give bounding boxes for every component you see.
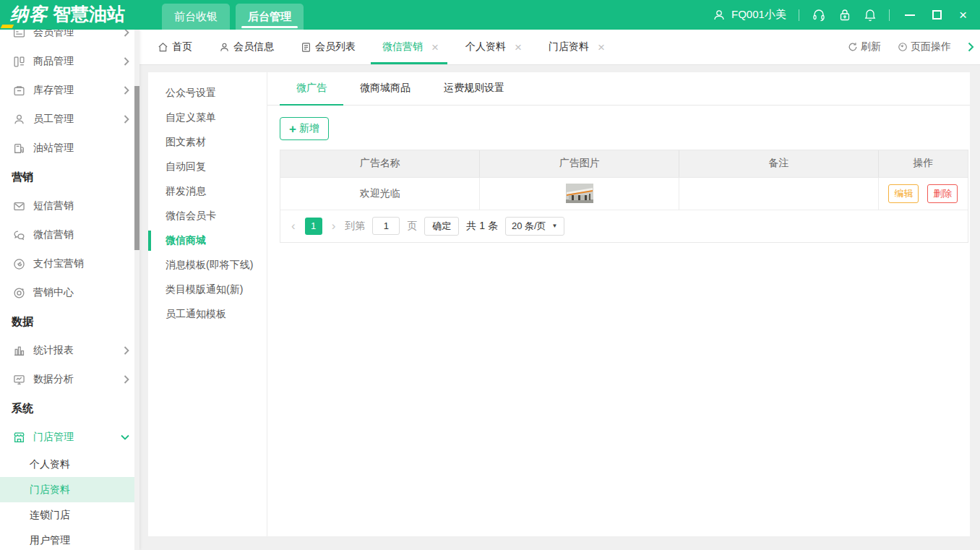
- tab-member-list[interactable]: 会员列表: [301, 30, 356, 64]
- submenu-item-auto-reply[interactable]: 自动回复: [148, 155, 267, 179]
- tab-micro-ads[interactable]: 微广告: [280, 72, 343, 106]
- nav-back-office[interactable]: 后台管理: [236, 4, 304, 30]
- sidebar-section-system: 系统: [0, 394, 139, 423]
- goto-prefix-label: 到第: [345, 220, 365, 233]
- submenu-item-wechat-mall[interactable]: 微信商城: [148, 228, 267, 253]
- sidebar-subitem-store-profile[interactable]: 门店资料: [0, 477, 139, 502]
- submenu-item-broadcast[interactable]: 群发消息: [148, 179, 267, 204]
- tab-shipping-rules[interactable]: 运费规则设置: [427, 72, 521, 106]
- sidebar-subitem-personal-profile[interactable]: 个人资料: [0, 452, 139, 477]
- total-count-label: 共 1 条: [466, 220, 498, 233]
- goto-page-input[interactable]: [372, 217, 400, 235]
- col-header-ad-name: 广告名称: [280, 150, 480, 177]
- app-logo: 纳客 智慧油站: [0, 0, 162, 30]
- member-icon: [219, 42, 230, 53]
- ad-image-thumbnail: [566, 184, 593, 203]
- col-header-actions: 操作: [878, 150, 968, 177]
- col-header-remark: 备注: [679, 150, 879, 177]
- sidebar-subitem-user-mgmt[interactable]: 用户管理: [0, 528, 139, 550]
- lock-icon[interactable]: [838, 8, 851, 22]
- sidebar-item-sms-marketing[interactable]: 短信营销: [0, 192, 139, 220]
- page-actions-button[interactable]: 页面操作: [898, 40, 951, 53]
- sidebar-item-label: 微信营销: [33, 228, 74, 241]
- submenu-item-media[interactable]: 图文素材: [148, 130, 267, 155]
- content-panel: 公众号设置 自定义菜单 图文素材 自动回复 群发消息 微信会员卡 微信商城 消息…: [148, 72, 970, 536]
- cell-ad-name: 欢迎光临: [280, 177, 480, 210]
- close-tab-icon[interactable]: ×: [431, 41, 439, 53]
- plus-icon: +: [289, 123, 296, 135]
- header-right-area: FQ001小美 ×: [713, 8, 980, 22]
- submenu-item-official-account[interactable]: 公众号设置: [148, 81, 267, 106]
- maximize-icon[interactable]: [932, 10, 942, 20]
- wechat-submenu: 公众号设置 自定义菜单 图文素材 自动回复 群发消息 微信会员卡 微信商城 消息…: [148, 72, 267, 536]
- sidebar-item-alipay-marketing[interactable]: 支付宝营销: [0, 249, 139, 278]
- pagination: ‹ 1 › 到第 页 确定 共 1 条 20 条/页 ▼: [280, 210, 968, 242]
- member-card-icon: [13, 30, 25, 39]
- sidebar-item-goods-mgmt[interactable]: 商品管理: [0, 47, 139, 76]
- refresh-label: 刷新: [861, 40, 881, 53]
- tab-label: 个人资料: [465, 40, 506, 53]
- user-name: FQ001小美: [731, 8, 786, 22]
- add-ad-button[interactable]: + 新增: [280, 117, 329, 140]
- tab-store-profile[interactable]: 门店资料 ×: [549, 30, 605, 64]
- header-divider: [889, 9, 890, 21]
- tab-personal-profile[interactable]: 个人资料 ×: [465, 30, 522, 64]
- page-number-button[interactable]: 1: [305, 218, 322, 235]
- sidebar-item-staff-mgmt[interactable]: 员工管理: [0, 105, 139, 134]
- nav-front-cashier[interactable]: 前台收银: [162, 4, 230, 30]
- page-tabbar: 首页 会员信息 会员列表 微信营销 × 个人资料 × 门店资料 × 刷新 页面操…: [139, 30, 980, 65]
- tab-mall-goods[interactable]: 微商城商品: [343, 72, 427, 106]
- confirm-page-button[interactable]: 确定: [424, 217, 459, 236]
- close-tab-icon[interactable]: ×: [598, 41, 605, 53]
- sidebar-scrollbar: [134, 30, 139, 550]
- sidebar-item-label: 商品管理: [33, 55, 74, 68]
- sidebar-item-station-mgmt[interactable]: 油站管理: [0, 134, 139, 163]
- list-icon: [301, 42, 311, 53]
- tab-label: 微信营销: [382, 40, 423, 53]
- refresh-button[interactable]: 刷新: [848, 40, 881, 53]
- sidebar-item-store-mgmt[interactable]: 门店管理: [0, 423, 139, 452]
- headset-icon[interactable]: [812, 8, 826, 22]
- table-row: 欢迎光临: [280, 177, 968, 210]
- sidebar-subitem-chain-stores[interactable]: 连锁门店: [0, 502, 139, 528]
- tab-home[interactable]: 首页: [158, 30, 192, 64]
- edit-button[interactable]: 编辑: [888, 184, 919, 203]
- tab-member-info[interactable]: 会员信息: [219, 30, 274, 64]
- submenu-item-category-template[interactable]: 类目模版通知(新): [148, 278, 267, 302]
- submenu-item-custom-menu[interactable]: 自定义菜单: [148, 106, 267, 130]
- user-icon: [713, 9, 726, 22]
- sidebar-item-data-analysis[interactable]: 数据分析: [0, 365, 139, 394]
- next-page-icon[interactable]: ›: [330, 220, 338, 232]
- sidebar-item-marketing-center[interactable]: 营销中心: [0, 278, 139, 307]
- monitor-icon: [13, 374, 25, 386]
- chevron-right-icon: [124, 115, 129, 124]
- logo-product-text: 智慧油站: [53, 4, 125, 24]
- chevron-right-icon[interactable]: [968, 42, 974, 52]
- tab-label: 首页: [172, 40, 192, 53]
- sidebar-item-label: 库存管理: [33, 84, 74, 97]
- sidebar-item-member-mgmt[interactable]: 会员管理: [0, 30, 139, 47]
- prev-page-icon[interactable]: ‹: [289, 220, 298, 232]
- ads-table-container: 广告名称 广告图片 备注 操作 欢迎光临: [280, 150, 968, 243]
- delete-button[interactable]: 删除: [927, 184, 958, 203]
- cell-ad-image: [480, 177, 679, 210]
- sidebar-item-statistics[interactable]: 统计报表: [0, 336, 139, 365]
- page-size-select[interactable]: 20 条/页 ▼: [505, 217, 564, 236]
- minimize-icon[interactable]: [905, 14, 915, 16]
- home-icon: [158, 42, 168, 53]
- add-ad-label: 新增: [299, 122, 319, 135]
- close-tab-icon[interactable]: ×: [515, 41, 522, 53]
- header-divider: [799, 9, 799, 21]
- user-menu[interactable]: FQ001小美: [713, 8, 786, 22]
- submenu-item-message-template[interactable]: 消息模板(即将下线): [148, 253, 267, 278]
- sidebar-scrollbar-thumb[interactable]: [134, 86, 139, 250]
- submenu-item-staff-notify-template[interactable]: 员工通知模板: [148, 302, 267, 327]
- sidebar-item-inventory-mgmt[interactable]: 库存管理: [0, 76, 139, 105]
- close-window-icon[interactable]: ×: [959, 10, 967, 20]
- submenu-item-member-card[interactable]: 微信会员卡: [148, 204, 267, 228]
- bar-chart-icon: [13, 345, 25, 357]
- bell-icon[interactable]: [864, 8, 877, 22]
- tab-wechat-marketing[interactable]: 微信营销 ×: [382, 30, 439, 64]
- sidebar-item-wechat-marketing[interactable]: 微信营销: [0, 220, 139, 249]
- sidebar-item-label: 统计报表: [33, 344, 74, 357]
